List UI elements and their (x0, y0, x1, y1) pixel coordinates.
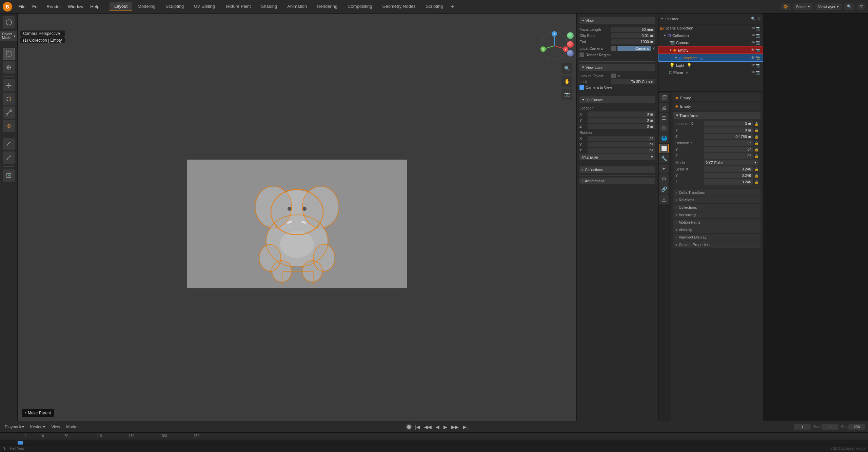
empty-vis-icon[interactable]: 👁 (751, 48, 755, 52)
tab-geometry-nodes[interactable]: Geometry Nodes (377, 2, 420, 11)
help-menu[interactable]: Help (87, 3, 103, 11)
render-region-checkbox[interactable] (579, 53, 584, 57)
view-lock-header[interactable]: ▾ View Lock (579, 64, 655, 71)
tab-texture-paint[interactable]: Texture Paint (220, 2, 256, 11)
rot-z-lock[interactable]: 🔒 (754, 154, 758, 158)
outliner-elephant-item[interactable]: ▾ △ elephant △ 👁 📷 (658, 54, 763, 62)
camera-icon[interactable]: 📷 (561, 89, 572, 100)
ol-render-icon[interactable]: 📷 (756, 26, 761, 30)
outliner-collection-item[interactable]: ▾ ⊡ Collection 👁 📷 (658, 32, 763, 39)
viewport-display-section[interactable]: › Viewport Display (673, 234, 761, 241)
search-button[interactable]: 🔍 (844, 3, 854, 10)
tab-uv-editing[interactable]: UV Editing (189, 2, 219, 11)
window-menu[interactable]: Window (64, 3, 87, 11)
pl-vis-icon[interactable]: 👁 (751, 70, 755, 75)
start-frame-counter[interactable]: 1 (822, 424, 839, 430)
output-tab[interactable]: 🖨 (659, 103, 669, 112)
annotations-header[interactable]: › Annotations (579, 178, 655, 184)
measure-tool[interactable] (3, 151, 15, 164)
modifier-tab[interactable]: 🔧 (659, 154, 669, 163)
jump-start-button[interactable]: |◀ (414, 424, 421, 430)
outliner-plane-item[interactable]: □ Plane △ 👁 📷 (658, 69, 763, 76)
local-camera-checkbox[interactable] (611, 46, 616, 51)
engine-selector[interactable]: 🔆 (781, 3, 791, 10)
local-camera-close[interactable]: ✕ (652, 46, 655, 51)
edit-menu[interactable]: Edit (29, 3, 43, 11)
tab-modeling[interactable]: Modeling (133, 2, 160, 11)
ol-vis-icon[interactable]: 👁 (751, 26, 755, 30)
outliner-camera-item[interactable]: 📷 Camera 👁 📷 (658, 39, 763, 46)
filter-button[interactable]: ▽ (857, 3, 865, 10)
outliner-search-icon[interactable]: 🔍 (751, 17, 756, 21)
particles-tab[interactable]: ✦ (659, 164, 669, 173)
current-frame-counter[interactable]: 1 (794, 424, 811, 430)
mode-dropdown[interactable]: Object Mode ▾ (0, 31, 17, 41)
world-tab[interactable]: 🌐 (659, 133, 669, 143)
jump-end-button[interactable]: ▶| (461, 424, 469, 430)
step-back-button[interactable]: ◀◀ (423, 424, 433, 430)
custom-properties-section[interactable]: › Custom Properties (673, 241, 761, 248)
lock-edit-icon[interactable]: ✏ (617, 74, 620, 78)
add-cube-tool[interactable] (3, 169, 15, 182)
camera-to-view-checkbox[interactable]: ✓ (579, 85, 584, 90)
record-button[interactable]: ⬤ (406, 424, 412, 430)
el-vis-icon[interactable]: 👁 (751, 56, 755, 60)
rotation-mode-dropdown[interactable]: XYZ Euler ▾ (579, 154, 655, 160)
view-collections-header[interactable]: › Collections (579, 166, 655, 173)
active-tool-button[interactable] (3, 16, 15, 28)
rotate-tool[interactable] (3, 93, 15, 105)
render-menu[interactable]: Render (43, 3, 64, 11)
transform-section-header[interactable]: ▾ Transform (673, 112, 761, 119)
object-tab[interactable]: ⬜ (659, 144, 669, 153)
view-menu-tl[interactable]: View (49, 424, 62, 430)
rot-y-lock[interactable]: 🔒 (754, 148, 758, 151)
play-reverse-button[interactable]: ◀ (434, 424, 441, 430)
outliner-empty-item[interactable]: ▾ ◆ Empty 👁 📷 (658, 46, 763, 54)
el-render-icon[interactable]: 📷 (755, 56, 760, 60)
tab-layout[interactable]: Layout (110, 2, 132, 11)
grab-icon[interactable]: ✋ (561, 76, 572, 87)
scale-z-lock[interactable]: 🔒 (754, 180, 758, 184)
pl-render-icon[interactable]: 📷 (756, 70, 761, 75)
tab-sculpting[interactable]: Sculpting (161, 2, 189, 11)
scale-y-lock[interactable]: 🔒 (754, 174, 758, 178)
motion-paths-section[interactable]: › Motion Paths (673, 219, 761, 226)
viewlayer-selector[interactable]: ViewLayer ▾ (815, 3, 842, 10)
tab-rendering[interactable]: Rendering (312, 2, 342, 11)
lt-render-icon[interactable]: 📷 (756, 63, 761, 67)
scene-tab[interactable]: ⬡ (659, 123, 669, 133)
col-vis-icon[interactable]: 👁 (751, 33, 755, 38)
loc-z-lock[interactable]: 🔒 (754, 135, 758, 139)
rot-mode-dropdown[interactable]: XYZ Euler ▾ (704, 160, 758, 165)
scene-collection-item[interactable]: ⊞ Scene Collection 👁 📷 (658, 24, 763, 32)
tab-scripting[interactable]: Scripting (421, 2, 448, 11)
data-tab[interactable]: △ (659, 194, 669, 204)
end-frame-counter[interactable]: 250 (848, 424, 865, 430)
rot-x-lock[interactable]: 🔒 (754, 141, 758, 145)
file-menu[interactable]: File (15, 3, 29, 11)
keying-menu[interactable]: Keying ▾ (28, 424, 47, 430)
loc-y-lock[interactable]: 🔒 (754, 128, 758, 132)
loc-x-lock[interactable]: 🔒 (754, 122, 758, 126)
scene-selector[interactable]: Scene ▾ (793, 3, 813, 10)
cam-render-icon[interactable]: 📷 (756, 40, 761, 45)
play-button[interactable]: ▶ (442, 424, 449, 430)
add-workspace-tab[interactable]: + (448, 2, 457, 11)
cam-vis-icon[interactable]: 👁 (751, 40, 755, 45)
tab-animation[interactable]: Animation (282, 2, 312, 11)
view-section-header[interactable]: ▾ View (579, 17, 655, 24)
col-render-icon[interactable]: 📷 (756, 33, 761, 38)
transform-tool[interactable] (3, 120, 15, 132)
physics-tab[interactable]: ⚙ (659, 174, 669, 184)
visibility-section[interactable]: › Visibility (673, 226, 761, 233)
instancing-section[interactable]: › Instancing (673, 211, 761, 218)
outliner-filter-icon[interactable]: ▽ (758, 17, 761, 21)
select-box-tool[interactable] (3, 48, 15, 60)
delta-transform-section[interactable]: › Delta Transform (673, 189, 761, 196)
scale-x-lock[interactable]: 🔒 (754, 167, 758, 171)
empty-render-icon[interactable]: 📷 (755, 48, 760, 52)
view-layer-tab[interactable]: ☰ (659, 113, 669, 123)
annotate-tool[interactable] (3, 138, 15, 150)
outliner-light-item[interactable]: 💡 Light 💡 👁 📷 (658, 62, 763, 69)
3d-viewport[interactable]: Camera Perspective (1) Collection | Empt… (18, 14, 576, 421)
